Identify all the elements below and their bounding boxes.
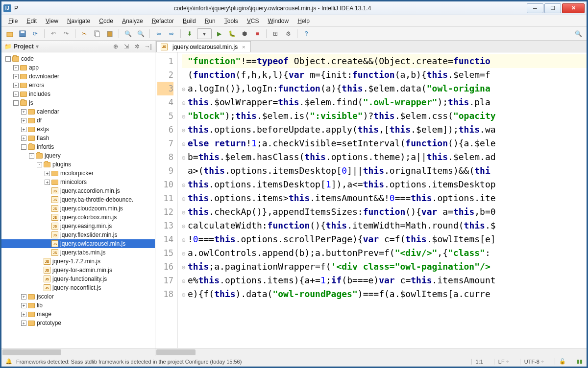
menu-navigate[interactable]: Navigate [63,16,94,26]
code-line[interactable]: ⊖else return!1;a.checkVisible=setInterva… [182,137,587,150]
code-line[interactable]: ⊖this.options.itemsDesktop[1]),a<=this.o… [182,178,587,191]
tree-file[interactable]: JSjquery.ba-throttle-debounce. [1,195,155,204]
dropdown-icon[interactable]: ▾ [36,43,39,50]
tree-file[interactable]: JSjquery-1.7.2.min.js [1,257,155,266]
fold-icon[interactable] [182,55,187,69]
settings-icon[interactable]: ⚙ [283,28,294,39]
menu-help[interactable]: Help [294,16,314,26]
code-line[interactable]: ⊖this.options.items>this.itemsAmount&&!0… [182,191,587,205]
line-number[interactable]: 2 [157,68,173,82]
tree-folder[interactable]: +prototype [1,319,155,327]
back-icon[interactable]: ⇦ [153,28,164,39]
cut-icon[interactable]: ✂ [79,28,90,39]
tree-folder[interactable]: +lib [1,301,155,310]
line-number[interactable]: 17 [157,274,173,287]
caret-position[interactable]: 1:1 [471,359,487,365]
code-line[interactable]: ⊖a.logIn()},logIn:function(a){this.$elem… [182,82,587,95]
tree-file[interactable]: JSjquery.accordion.min.js [1,186,155,195]
tree-toggle-icon[interactable]: + [21,321,26,326]
open-icon[interactable] [4,28,15,39]
line-number[interactable]: 7 [157,137,173,150]
project-tool-header[interactable]: 📁 Project ▾ ⊕ ⇲ ✲ →| [1,41,155,52]
copy-icon[interactable] [92,28,102,39]
tree-toggle-icon[interactable]: + [21,303,26,308]
menu-analyze[interactable]: Analyze [118,16,147,26]
tree-toggle-icon[interactable]: + [45,180,50,185]
tree-folder[interactable]: +mcolorpicker [1,169,155,178]
tree-folder[interactable]: +minicolors [1,178,155,186]
line-number[interactable]: 8 [157,150,173,164]
line-number[interactable]: 16 [157,260,173,274]
menu-code[interactable]: Code [95,16,117,26]
tree-toggle-icon[interactable]: + [13,65,19,70]
code-line[interactable]: ⊖e){f(this).data("owl-roundPages")===f(a… [182,287,587,301]
tree-file[interactable]: JSjquery.tabs.min.js [1,248,155,257]
tree-toggle-icon[interactable]: + [21,136,26,141]
structure-icon[interactable]: ⊞ [270,28,281,39]
gear-icon[interactable]: ✲ [133,43,141,50]
code-line[interactable]: ⊖a.owlControls.append(b);a.buttonPrev=f(… [182,246,587,260]
fold-icon[interactable]: ⊖ [182,275,187,288]
tree-toggle-icon[interactable]: + [13,92,19,97]
fold-icon[interactable]: ⊖ [182,192,187,206]
refresh-icon[interactable]: ⟳ [30,28,41,39]
fold-icon[interactable]: ⊖ [182,151,187,165]
readonly-icon[interactable]: 🔓 [555,358,570,365]
tree-toggle-icon[interactable]: + [45,171,50,176]
file-encoding[interactable]: UTF-8 ÷ [520,359,548,365]
tree-folder[interactable]: +includes [1,90,155,98]
run-config-icon[interactable]: ▾ [197,28,212,39]
tree-folder[interactable]: +extjs [1,125,155,134]
tree-toggle-icon[interactable]: - [13,100,19,106]
fold-icon[interactable]: ⊖ [182,233,187,247]
fold-icon[interactable] [182,165,187,179]
fold-icon[interactable]: ⊖ [182,179,187,192]
tree-toggle-icon[interactable]: + [21,109,26,115]
tree-toggle-icon[interactable]: - [37,162,42,167]
tree-toggle-icon[interactable]: + [21,127,26,132]
close-button[interactable]: ✕ [562,3,585,13]
tree-toggle-icon[interactable]: - [5,56,11,62]
tree-file[interactable]: JSjquery.flexslider.min.js [1,230,155,239]
fold-icon[interactable]: ⊖ [182,83,187,96]
fold-icon[interactable]: ⊖ [182,110,187,124]
fold-icon[interactable]: ⊖ [182,220,187,233]
tree-file[interactable]: JSjquery.colorbox.min.js [1,213,155,222]
code-line[interactable]: (function(f,h,k,l){var m={init:function(… [182,68,587,82]
line-number[interactable]: 15 [157,246,173,260]
tree-toggle-icon[interactable]: + [13,74,19,79]
line-ending[interactable]: LF ÷ [494,359,513,365]
line-number[interactable]: 18 [157,287,173,301]
line-number[interactable]: 11 [157,191,173,205]
tree-folder[interactable]: -js [1,98,155,107]
line-number[interactable]: 6 [157,123,173,137]
fold-icon[interactable]: ⊖ [182,288,187,302]
forward-icon[interactable]: ⇨ [166,28,177,39]
code-line[interactable]: ⊖this.checkAp()},appendItemsSizes:functi… [182,205,587,219]
debug-icon[interactable]: 🐛 [226,28,237,39]
stop-icon[interactable]: ■ [252,28,263,39]
status-message[interactable]: Frameworks detected: Sass stdlib framewo… [16,359,242,365]
menu-window[interactable]: Window [264,16,293,26]
code-content[interactable]: "function"!==typeof Object.create&&(Obje… [178,52,587,348]
undo-icon[interactable]: ↶ [48,28,59,39]
code-editor[interactable]: 123456789101112131415161718 "function"!=… [155,52,587,348]
tree-folder[interactable]: -infortis [1,142,155,151]
menu-tools[interactable]: Tools [220,16,242,26]
code-line[interactable]: ⊖calculateWidth:function(){this.itemWidt… [182,219,587,232]
code-line[interactable]: "function"!==typeof Object.create&&(Obje… [182,54,587,68]
titlebar[interactable]: IJ P code\js\infortis\jquery\plugins\jqu… [1,1,587,15]
line-number[interactable]: 4 [157,95,173,109]
paste-icon[interactable] [104,28,115,39]
minimize-button[interactable]: ─ [527,3,543,13]
tree-folder[interactable]: -code [1,54,155,63]
code-line[interactable]: ⊖e%this.options.items){a+=1;if(b===e)var… [182,274,587,287]
sidebar-hscroll[interactable] [1,348,155,356]
code-line[interactable]: ⊖!0===this.options.scrollPerPage){var c=… [182,232,587,246]
tree-folder[interactable]: +calendar [1,107,155,116]
tree-toggle-icon[interactable]: + [13,83,19,88]
code-line[interactable]: ⊖this.options.beforeUpdate.apply(this,[t… [182,123,587,137]
tree-folder[interactable]: +flash [1,134,155,142]
fold-icon[interactable]: ⊖ [182,206,187,220]
line-number[interactable]: 14 [157,232,173,246]
